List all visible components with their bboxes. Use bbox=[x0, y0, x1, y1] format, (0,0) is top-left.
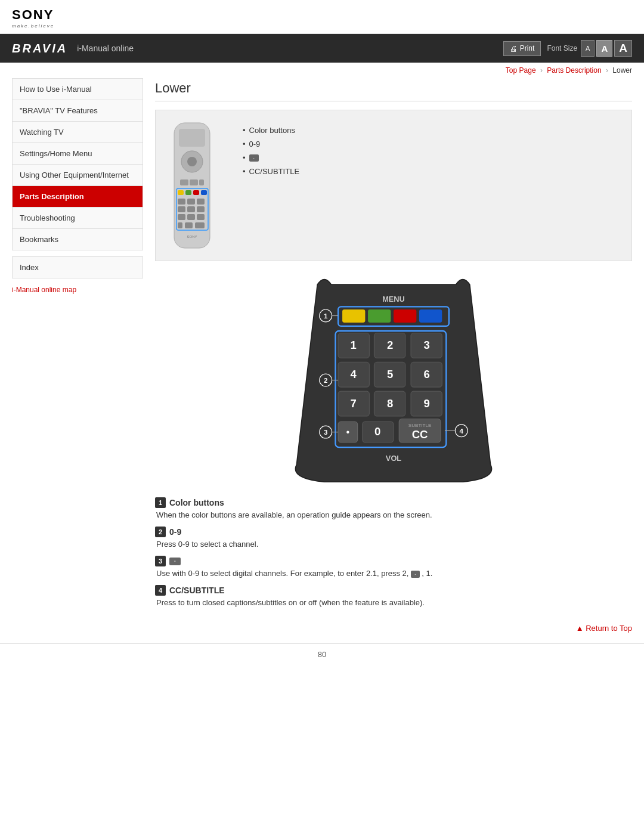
svg-text:4: 4 bbox=[460, 427, 464, 435]
section-4-desc: Press to turn closed captions/subtitles … bbox=[155, 598, 632, 607]
sidebar-item-bookmarks[interactable]: Bookmarks bbox=[12, 229, 143, 250]
nav-bar: BRAVIA i-Manual online 🖨 Print Font Size… bbox=[0, 34, 644, 63]
return-to-top[interactable]: ▲ Return to Top bbox=[155, 619, 632, 637]
remote-overview-image: SONY bbox=[165, 120, 231, 251]
sidebar-item-parts-description[interactable]: Parts Description bbox=[12, 186, 143, 208]
badge-2: 2 bbox=[155, 527, 166, 537]
main-layout: How to Use i-Manual "BRAVIA" TV Features… bbox=[0, 78, 644, 637]
svg-text:1: 1 bbox=[350, 339, 356, 351]
header: SONY make.believe bbox=[0, 0, 644, 34]
svg-rect-7 bbox=[178, 190, 184, 195]
svg-text:0: 0 bbox=[374, 425, 380, 438]
section-3: 3 · Use with 0-9 to select digital chann… bbox=[155, 556, 632, 578]
svg-rect-20 bbox=[178, 222, 182, 228]
sidebar-item-troubleshooting[interactable]: Troubleshooting bbox=[12, 208, 143, 229]
nav-title: i-Manual online bbox=[77, 44, 503, 53]
svg-rect-19 bbox=[197, 214, 205, 220]
sidebar-item-index[interactable]: Index bbox=[12, 256, 143, 278]
sidebar-item-using-other[interactable]: Using Other Equipment/Internet bbox=[12, 165, 143, 186]
svg-rect-14 bbox=[178, 206, 185, 212]
badge-3: 3 bbox=[155, 556, 166, 566]
imanual-map-link[interactable]: i-Manual online map bbox=[12, 286, 143, 294]
svg-text:2: 2 bbox=[387, 339, 393, 351]
svg-rect-8 bbox=[185, 190, 191, 195]
svg-rect-30 bbox=[419, 309, 442, 323]
svg-rect-4 bbox=[180, 179, 188, 185]
breadcrumb-current: Lower bbox=[612, 66, 632, 75]
content-area: Lower bbox=[155, 78, 632, 637]
svg-rect-12 bbox=[187, 199, 195, 205]
svg-text:SONY: SONY bbox=[187, 235, 197, 239]
svg-text:2: 2 bbox=[324, 376, 327, 384]
remote-overview-box: SONY • Color buttons • 0-9 • · • bbox=[155, 110, 632, 261]
svg-point-3 bbox=[187, 157, 197, 166]
remote-detail-svg: MENU 1 2 3 4 bbox=[268, 271, 519, 485]
bravia-logo: BRAVIA bbox=[12, 42, 67, 55]
svg-text:MENU: MENU bbox=[382, 295, 405, 304]
svg-rect-29 bbox=[394, 309, 416, 323]
svg-rect-28 bbox=[368, 309, 391, 323]
print-label: Print bbox=[520, 44, 535, 52]
section-2: 2 0-9 Press 0-9 to select a channel. bbox=[155, 527, 632, 549]
svg-rect-15 bbox=[187, 206, 195, 212]
bullet-cc-subtitle: CC/SUBTITLE bbox=[249, 167, 300, 176]
breadcrumb-top-link[interactable]: Top Page bbox=[506, 66, 536, 75]
svg-rect-22 bbox=[195, 222, 205, 228]
section-1-title: 1 Color buttons bbox=[155, 497, 632, 508]
breadcrumb-parts-link[interactable]: Parts Description bbox=[547, 66, 601, 75]
svg-text:7: 7 bbox=[350, 397, 356, 410]
svg-rect-6 bbox=[199, 179, 204, 185]
breadcrumb-sep1: › bbox=[540, 66, 543, 75]
svg-rect-10 bbox=[201, 190, 207, 195]
sony-tagline: make.believe bbox=[12, 23, 632, 29]
font-size-large-button[interactable]: A bbox=[614, 40, 632, 57]
bullet-0-9: 0-9 bbox=[249, 140, 261, 148]
svg-rect-21 bbox=[185, 222, 193, 228]
svg-rect-17 bbox=[178, 214, 185, 220]
detail-image-container: MENU 1 2 3 4 bbox=[155, 271, 632, 485]
svg-text:5: 5 bbox=[387, 368, 393, 380]
font-size-label: Font Size bbox=[547, 44, 577, 52]
svg-text:6: 6 bbox=[424, 368, 430, 380]
overview-bullets: • Color buttons • 0-9 • · • CC/SUBTITLE bbox=[243, 120, 299, 251]
page-number: 80 bbox=[318, 650, 326, 659]
svg-text:VOL: VOL bbox=[386, 454, 401, 463]
sidebar: How to Use i-Manual "BRAVIA" TV Features… bbox=[12, 78, 143, 637]
section-3-title: 3 · bbox=[155, 556, 632, 566]
section-1-desc: When the color buttons are available, an… bbox=[155, 510, 632, 519]
footer: 80 bbox=[0, 643, 644, 665]
print-icon: 🖨 bbox=[510, 44, 518, 53]
sidebar-item-watching-tv[interactable]: Watching TV bbox=[12, 122, 143, 143]
svg-rect-1 bbox=[179, 129, 205, 147]
svg-text:8: 8 bbox=[387, 397, 393, 410]
svg-rect-9 bbox=[193, 190, 199, 195]
badge-1: 1 bbox=[155, 497, 166, 508]
font-size-controls: A A A bbox=[581, 40, 632, 57]
svg-text:4: 4 bbox=[350, 368, 357, 380]
svg-text:1: 1 bbox=[324, 312, 328, 320]
svg-text:3: 3 bbox=[424, 339, 430, 351]
svg-rect-5 bbox=[190, 179, 198, 185]
svg-text:9: 9 bbox=[424, 397, 430, 410]
badge-4: 4 bbox=[155, 585, 166, 596]
section-1: 1 Color buttons When the color buttons a… bbox=[155, 497, 632, 519]
font-size-small-button[interactable]: A bbox=[581, 40, 595, 57]
section-3-desc: Use with 0-9 to select digital channels.… bbox=[155, 569, 632, 578]
dot-button-icon: · bbox=[169, 558, 181, 565]
svg-text:CC: CC bbox=[412, 428, 428, 441]
sidebar-item-bravia-features[interactable]: "BRAVIA" TV Features bbox=[12, 100, 143, 122]
sidebar-item-how-to-use[interactable]: How to Use i-Manual bbox=[12, 78, 143, 100]
svg-text:•: • bbox=[346, 426, 350, 437]
sidebar-item-settings[interactable]: Settings/Home Menu bbox=[12, 143, 143, 165]
print-button[interactable]: 🖨 Print bbox=[503, 41, 541, 56]
section-2-title: 2 0-9 bbox=[155, 527, 632, 537]
svg-rect-16 bbox=[197, 206, 205, 212]
svg-rect-11 bbox=[178, 199, 185, 205]
remote-small-svg: SONY bbox=[165, 120, 219, 251]
bullet-color-buttons: Color buttons bbox=[249, 126, 295, 135]
svg-rect-27 bbox=[342, 309, 365, 323]
font-size-medium-button[interactable]: A bbox=[596, 40, 612, 57]
section-2-desc: Press 0-9 to select a channel. bbox=[155, 540, 632, 549]
section-4: 4 CC/SUBTITLE Press to turn closed capti… bbox=[155, 585, 632, 607]
section-4-title: 4 CC/SUBTITLE bbox=[155, 585, 632, 596]
